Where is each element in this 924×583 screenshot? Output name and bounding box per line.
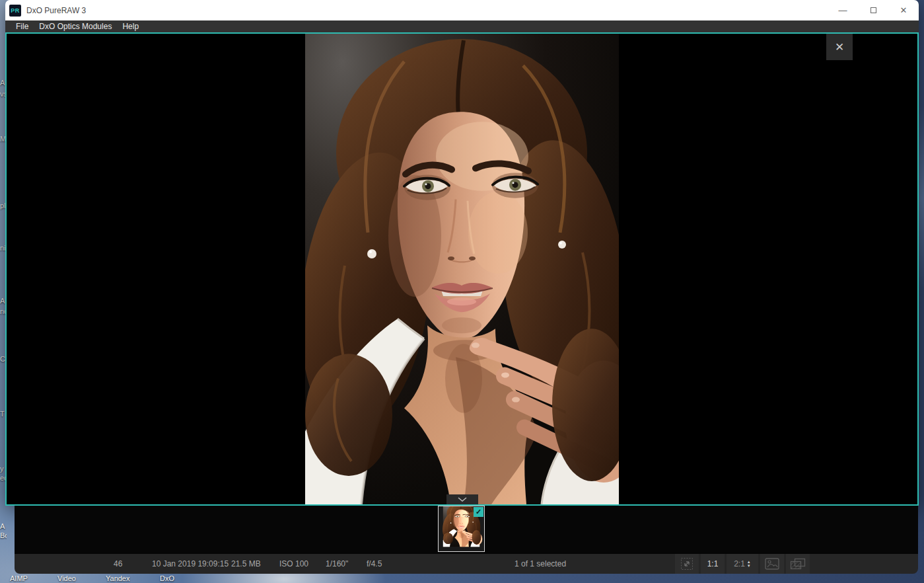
menu-dxo-optics-modules[interactable]: DxO Optics Modules [34, 20, 117, 32]
file-size: 21.5 MB [231, 559, 261, 568]
menubar: File DxO Optics Modules Help [5, 20, 919, 32]
thumbnail-selected-checkbox[interactable]: ✓ [474, 507, 483, 517]
photo-index: 46 [114, 559, 122, 568]
preview-toggle-button[interactable] [760, 554, 784, 574]
window-controls: — ✕ [828, 0, 919, 20]
selection-count: 1 of 1 selected [515, 559, 566, 568]
close-window-button[interactable]: ✕ [888, 0, 919, 20]
lower-panel: ✓ 46 10 Jan 2019 19:09:15 21.5 MB ISO 10… [15, 506, 918, 574]
shutter-speed: 1/160" [326, 559, 348, 568]
minimize-button[interactable]: — [828, 0, 858, 20]
photo-preview[interactable] [305, 34, 619, 504]
zoom-100-button[interactable]: 1:1 [701, 554, 725, 574]
capture-datetime: 10 Jan 2019 19:09:15 [152, 559, 229, 568]
filmstrip: ✓ [15, 506, 918, 554]
portrait-photo [305, 34, 619, 504]
statusbar: 46 10 Jan 2019 19:09:15 21.5 MB ISO 100 … [15, 554, 918, 574]
maximize-icon [871, 7, 876, 13]
iso-value: ISO 100 [279, 559, 308, 568]
screen: A vs M pl ni A no C T y ed A Bo AIMP Vid… [0, 0, 924, 583]
maximize-button[interactable] [858, 0, 888, 20]
fit-to-screen-icon [680, 557, 693, 570]
close-viewer-button[interactable]: ✕ [826, 34, 853, 60]
desktop-icon-label-dxo: DxO [160, 574, 174, 582]
stepper-down-icon[interactable]: ▼ [747, 564, 751, 568]
desktop-icon-label-video: Video [57, 574, 76, 582]
app-logo-icon: PR [9, 5, 21, 17]
compare-button[interactable] [786, 554, 810, 574]
thumbnail-item[interactable]: ✓ [438, 506, 485, 552]
image-icon [765, 558, 779, 570]
zoom-level-value: 2:1 [734, 559, 745, 568]
desktop-icon-label-aimp: AIMP [10, 574, 28, 582]
collapse-filmstrip-button[interactable] [446, 494, 478, 504]
desktop-icon-label-yandex: Yandex [106, 574, 130, 582]
aperture-value: f/4.5 [367, 559, 382, 568]
compare-images-icon [790, 558, 806, 570]
image-viewer: ✕ [5, 32, 919, 506]
titlebar: PR DxO PureRAW 3 — ✕ [5, 0, 919, 20]
app-window: PR DxO PureRAW 3 — ✕ File DxO Optics Mod… [5, 0, 919, 506]
menu-file[interactable]: File [11, 20, 34, 32]
menu-help[interactable]: Help [117, 20, 144, 32]
window-title: DxO PureRAW 3 [26, 6, 86, 15]
zoom-100-label: 1:1 [707, 559, 719, 568]
desktop-icon-label-fragment: Bo [0, 531, 7, 540]
stepper-arrows[interactable]: ▲ ▼ [747, 560, 751, 568]
zoom-fit-button[interactable] [675, 554, 699, 574]
zoom-level-stepper[interactable]: 2:1 ▲ ▼ [727, 554, 758, 574]
chevron-down-icon [458, 497, 467, 502]
desktop-icon-label-fragment: A [0, 522, 7, 531]
